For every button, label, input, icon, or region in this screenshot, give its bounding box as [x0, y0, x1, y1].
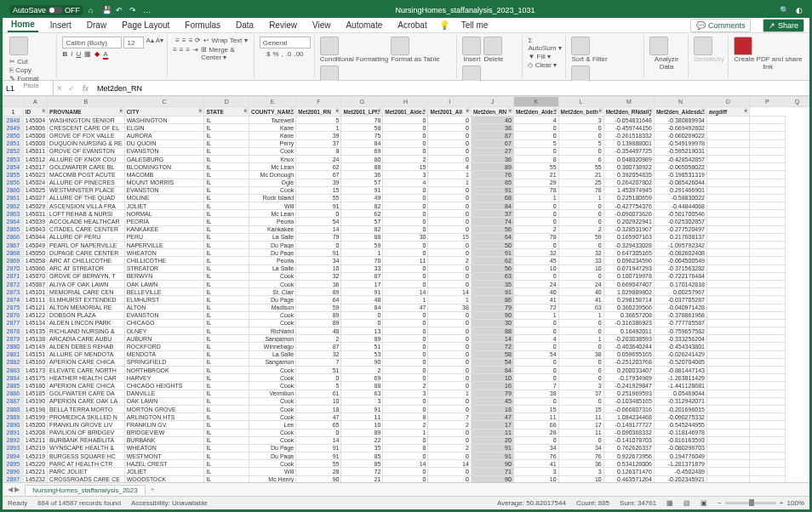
cell[interactable]: 0.762626337: [603, 444, 654, 452]
cell[interactable]: 1: [428, 390, 471, 397]
cell[interactable]: 0: [383, 327, 428, 335]
cell[interactable]: -0.380889934: [654, 117, 706, 124]
cell[interactable]: 54: [471, 358, 513, 366]
cell[interactable]: 0: [383, 280, 428, 287]
cell[interactable]: DU QUOIN: [124, 139, 204, 147]
tab-data[interactable]: Data: [232, 19, 257, 31]
cell[interactable]: MACOMB POST ACUTE: [48, 171, 125, 179]
cell[interactable]: 56: [471, 265, 513, 272]
cell[interactable]: 47: [296, 413, 341, 421]
row-header[interactable]: 2851: [3, 139, 24, 147]
cell[interactable]: Du Page: [249, 296, 296, 304]
cell[interactable]: 91: [471, 288, 513, 296]
cell[interactable]: MENDOTA: [124, 350, 204, 358]
cell[interactable]: 48: [296, 327, 341, 335]
col-header[interactable]: Q: [786, 97, 809, 107]
cell[interactable]: -0.595219031: [654, 147, 706, 155]
col-header[interactable]: [3, 97, 24, 107]
cell[interactable]: Mc Lean: [249, 210, 296, 218]
cell[interactable]: La Salle: [249, 233, 296, 241]
cell[interactable]: 11: [558, 413, 603, 421]
cell[interactable]: 59: [296, 304, 341, 311]
filter-cell[interactable]: Met2001_LPN: [341, 107, 383, 117]
cell[interactable]: Lee: [249, 421, 296, 429]
cell[interactable]: 14: [471, 335, 513, 343]
cell[interactable]: 0: [296, 374, 341, 382]
cell[interactable]: BRIDGEVIEW: [124, 429, 204, 436]
cell[interactable]: 67: [471, 139, 513, 147]
view-normal-icon[interactable]: ▦: [666, 499, 673, 507]
filter-cell[interactable]: PROVNAME: [48, 107, 125, 117]
cell[interactable]: Madison: [249, 304, 296, 311]
cell[interactable]: -0.549199978: [654, 139, 706, 147]
cell[interactable]: BLOOMINGTON: [124, 163, 204, 171]
cell[interactable]: -0.427754376: [603, 202, 654, 210]
cell[interactable]: Cook: [249, 397, 296, 405]
cell[interactable]: 61: [296, 390, 341, 397]
cell[interactable]: 62: [296, 163, 341, 171]
cell[interactable]: 91: [296, 202, 341, 210]
cell[interactable]: 85: [471, 179, 513, 186]
cell[interactable]: WASHINGTON: [124, 117, 204, 124]
cell[interactable]: 91: [341, 405, 383, 412]
cell[interactable]: -0.777785587: [654, 319, 706, 327]
row-header[interactable]: 2861: [3, 194, 24, 202]
cell[interactable]: 32: [558, 249, 603, 257]
cell[interactable]: IL: [204, 179, 249, 186]
cell[interactable]: MEMORIAL CARE CEN: [48, 288, 125, 296]
cell[interactable]: 0: [383, 350, 428, 358]
cell[interactable]: Peoria: [249, 257, 296, 265]
cell[interactable]: -0.722176484: [654, 272, 706, 280]
cell[interactable]: 63: [341, 390, 383, 397]
cell[interactable]: 40: [471, 117, 513, 124]
cell[interactable]: 0: [383, 249, 428, 257]
cell[interactable]: -0.085426044: [654, 179, 706, 186]
tab-page-layout[interactable]: Page Layout: [118, 19, 173, 31]
cell[interactable]: -0.054831648: [603, 117, 654, 124]
col-header[interactable]: P: [749, 97, 786, 107]
cell[interactable]: 2: [428, 257, 471, 265]
analyze-data[interactable]: Analyze Data: [649, 37, 684, 71]
cell[interactable]: ALLURE OF THE QUAD: [48, 194, 125, 202]
user-icon[interactable]: ◐: [796, 6, 803, 14]
cell[interactable]: IL: [204, 436, 249, 444]
cell[interactable]: 55: [296, 194, 341, 202]
cell[interactable]: 0.392054835: [603, 171, 654, 179]
cell[interactable]: 28: [296, 468, 341, 475]
cell[interactable]: IL: [204, 233, 249, 241]
cell[interactable]: 0.200033407: [603, 367, 654, 374]
cell[interactable]: 0.16492011: [603, 327, 654, 335]
col-header[interactable]: G: [341, 97, 383, 107]
cell[interactable]: IL: [204, 218, 249, 225]
row-header[interactable]: 2886: [3, 390, 24, 397]
cell[interactable]: 82: [341, 225, 383, 233]
bold-button[interactable]: B: [62, 50, 67, 60]
cell[interactable]: Du Page: [249, 242, 296, 249]
cell[interactable]: [706, 390, 749, 397]
cell[interactable]: 0: [296, 242, 341, 249]
cell[interactable]: -0.329433028: [603, 242, 654, 249]
cell[interactable]: Sangamon: [249, 358, 296, 366]
cell[interactable]: [706, 249, 749, 257]
underline-button[interactable]: U: [76, 50, 81, 60]
enter-icon[interactable]: ✓: [66, 84, 77, 93]
filter-cell[interactable]: avgdiff: [706, 107, 749, 117]
cell[interactable]: [706, 296, 749, 304]
cell[interactable]: 0: [383, 436, 428, 444]
cell[interactable]: 0: [513, 327, 558, 335]
spreadsheet-grid[interactable]: ABCDEFGHIJKLMNOPQ1IDPROVNAMECITYSTATECOU…: [3, 96, 809, 482]
cell[interactable]: -0.251203768: [603, 358, 654, 366]
cell[interactable]: 4: [513, 335, 558, 343]
cell[interactable]: 0.059655165: [603, 350, 654, 358]
cell[interactable]: [706, 335, 749, 343]
cell[interactable]: 24: [296, 155, 341, 162]
cell[interactable]: 0: [558, 327, 603, 335]
cell[interactable]: JOLIET: [124, 202, 204, 210]
cell[interactable]: 4: [428, 163, 471, 171]
cell[interactable]: 10: [296, 397, 341, 405]
cell[interactable]: 66: [513, 421, 558, 429]
row-header[interactable]: 2854: [3, 163, 24, 171]
row-header[interactable]: 2862: [3, 202, 24, 210]
cell[interactable]: [706, 319, 749, 327]
row-header[interactable]: 2853: [3, 155, 24, 162]
